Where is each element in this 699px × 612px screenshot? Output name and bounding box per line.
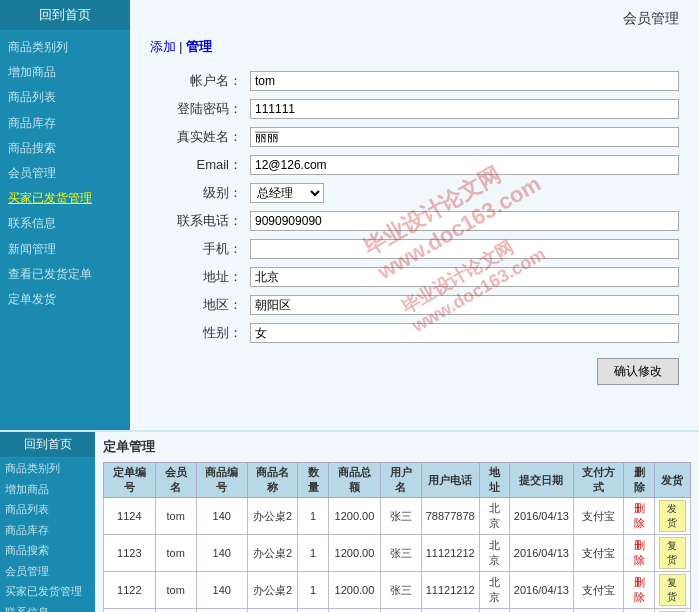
col-order-id: 定单编号 [104, 463, 156, 498]
cell-date: 2016/04/13 [509, 498, 573, 535]
address-row: 地址： [150, 267, 679, 287]
sidebar-bottom-item-6[interactable]: 买家已发货管理 [0, 581, 95, 602]
cell-ship[interactable]: 发货 [654, 609, 690, 613]
col-qty: 数量 [298, 463, 328, 498]
realname-input[interactable] [250, 127, 679, 147]
cell-phone: 78787878 [421, 609, 479, 613]
delete-link[interactable]: 删除 [634, 539, 645, 566]
level-row: 级别： 总经理 经理 员工 普通用户 [150, 183, 679, 203]
sidebar-item-view-orders[interactable]: 查看已发货定单 [0, 262, 130, 287]
region-row: 地区： [150, 295, 679, 315]
order-title: 定单管理 [103, 438, 691, 456]
cell-qty: 1 [298, 535, 328, 572]
password-input[interactable] [250, 99, 679, 119]
mobile-input[interactable] [250, 239, 679, 259]
sidebar-item-members[interactable]: 会员管理 [0, 161, 130, 186]
bottom-panel: 回到首页 商品类别列 增加商品 商品列表 商品库存 商品搜索 会员管理 买家已发… [0, 432, 699, 612]
sidebar-bottom-item-3[interactable]: 商品库存 [0, 520, 95, 541]
ship-button[interactable]: 发货 [659, 500, 686, 532]
realname-label: 真实姓名： [150, 128, 250, 146]
cell-phone: 11121212 [421, 535, 479, 572]
phone-row: 联系电话： [150, 211, 679, 231]
separator: | [179, 40, 182, 54]
sidebar-item-add-product[interactable]: 增加商品 [0, 60, 130, 85]
gender-label: 性别： [150, 324, 250, 342]
sidebar-bottom-item-2[interactable]: 商品列表 [0, 499, 95, 520]
sidebar-bottom-item-1[interactable]: 增加商品 [0, 479, 95, 500]
order-table: 定单编号 会员名 商品编号 商品名称 数量 商品总额 用户名 用户电话 地址 提… [103, 462, 691, 612]
gender-input[interactable] [250, 323, 679, 343]
cell-payment: 支付宝 [573, 609, 624, 613]
col-phone: 用户电话 [421, 463, 479, 498]
table-row: 1122 tom 140 办公桌2 1 1200.00 张三 11121212 … [104, 572, 691, 609]
account-row: 帐户名： [150, 71, 679, 91]
cell-delete[interactable]: 删除 [624, 535, 654, 572]
phone-control [250, 211, 679, 231]
sidebar-bottom-item-4[interactable]: 商品搜索 [0, 540, 95, 561]
cell-member: tom [155, 498, 196, 535]
cell-payment: 支付宝 [573, 572, 624, 609]
content-area-top: 会员管理 添加 | 管理 帐户名： 登陆密码： [130, 0, 699, 430]
cell-product-id: 140 [196, 572, 247, 609]
table-row: 1120 rose 141 办公椅1 1 1500.00 张三 78787878… [104, 609, 691, 613]
cell-member: tom [155, 535, 196, 572]
sidebar-item-inventory[interactable]: 商品库存 [0, 111, 130, 136]
top-panel: 回到首页 商品类别列 增加商品 商品列表 商品库存 商品搜索 会员管理 买家已发… [0, 0, 699, 430]
cell-product-name: 办公桌2 [247, 498, 298, 535]
cell-username: 张三 [381, 609, 421, 613]
cell-ship[interactable]: 发货 [654, 498, 690, 535]
sidebar-bottom-item-7[interactable]: 联系信息 [0, 602, 95, 613]
region-input[interactable] [250, 295, 679, 315]
cell-order-id: 1120 [104, 609, 156, 613]
cell-delete[interactable]: 删除 [624, 498, 654, 535]
cell-address: 北京 [479, 535, 509, 572]
sidebar-item-contact[interactable]: 联系信息 [0, 211, 130, 236]
sidebar-item-news[interactable]: 新闻管理 [0, 237, 130, 262]
email-input[interactable] [250, 155, 679, 175]
col-username: 用户名 [381, 463, 421, 498]
cell-ship[interactable]: 复货 [654, 535, 690, 572]
gender-control [250, 323, 679, 343]
cell-address: 北京 [479, 609, 509, 613]
cell-product-name: 办公桌2 [247, 572, 298, 609]
col-address: 地址 [479, 463, 509, 498]
sidebar-item-search[interactable]: 商品搜索 [0, 136, 130, 161]
col-member: 会员名 [155, 463, 196, 498]
account-control [250, 71, 679, 91]
cell-member: rose [155, 609, 196, 613]
cell-order-id: 1124 [104, 498, 156, 535]
delete-link[interactable]: 删除 [634, 502, 645, 529]
level-select[interactable]: 总经理 经理 员工 普通用户 [250, 183, 324, 203]
region-label: 地区： [150, 296, 250, 314]
address-control [250, 267, 679, 287]
add-link[interactable]: 添加 [150, 39, 176, 54]
sidebar-item-shipped[interactable]: 买家已发货管理 [0, 186, 130, 211]
sidebar-item-product-list[interactable]: 商品列表 [0, 85, 130, 110]
cell-delete[interactable]: 删除 [624, 609, 654, 613]
manage-link[interactable]: 管理 [186, 39, 212, 54]
address-input[interactable] [250, 267, 679, 287]
password-control [250, 99, 679, 119]
delete-link[interactable]: 删除 [634, 576, 645, 603]
back-button-top[interactable]: 回到首页 [0, 0, 130, 31]
cell-date: 2016/04/13 [509, 572, 573, 609]
table-row: 1123 tom 140 办公桌2 1 1200.00 张三 11121212 … [104, 535, 691, 572]
account-input[interactable] [250, 71, 679, 91]
address-label: 地址： [150, 268, 250, 286]
ship-button[interactable]: 复货 [659, 574, 686, 606]
submit-button[interactable]: 确认修改 [597, 358, 679, 385]
cell-ship[interactable]: 复货 [654, 572, 690, 609]
cell-total: 1200.00 [328, 572, 381, 609]
cell-delete[interactable]: 删除 [624, 572, 654, 609]
phone-input[interactable] [250, 211, 679, 231]
sidebar-bottom-item-0[interactable]: 商品类别列 [0, 458, 95, 479]
ship-button[interactable]: 复货 [659, 537, 686, 569]
cell-total: 1200.00 [328, 498, 381, 535]
cell-order-id: 1123 [104, 535, 156, 572]
back-button-bottom[interactable]: 回到首页 [0, 432, 95, 458]
sidebar-bottom-item-5[interactable]: 会员管理 [0, 561, 95, 582]
sidebar-item-ship-order[interactable]: 定单发货 [0, 287, 130, 312]
order-area: 定单管理 定单编号 会员名 商品编号 商品名称 数量 商品总额 用户名 用户电话… [95, 432, 699, 612]
cell-product-name: 办公桌2 [247, 535, 298, 572]
sidebar-item-product-category[interactable]: 商品类别列 [0, 35, 130, 60]
